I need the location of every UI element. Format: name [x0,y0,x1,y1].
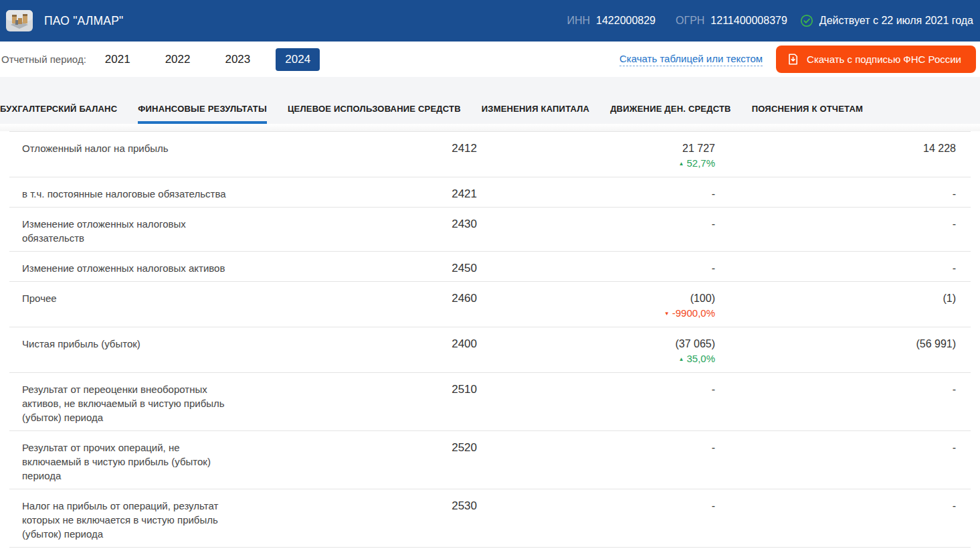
row-value-previous: - [715,187,956,201]
download-fns-signed-button[interactable]: Скачать с подписью ФНС России [776,46,976,73]
status-check-icon [800,14,813,27]
row-change-down: ▼-9900,0% [477,307,715,321]
triangle-down-icon: ▼ [664,311,670,317]
tab-целевое-использование-средств[interactable]: ЦЕЛЕВОЕ ИСПОЛЬЗОВАНИЕ СРЕДСТВ [288,77,461,124]
inn-label: ИНН [567,15,590,27]
table-row: Результат от прочих операций, не включае… [9,430,971,489]
row-value-current: 21 727▲52,7% [477,141,715,171]
row-code: 2450 [229,261,477,275]
row-value-previous: - [715,261,956,275]
row-label: в т.ч. постоянные налоговые обязательств… [22,187,229,201]
row-change-up: ▲52,7% [477,157,715,171]
year-button-2021[interactable]: 2021 [96,48,140,71]
row-code: 2421 [229,187,477,201]
results-table: Отложенный налог на прибыль241221 727▲52… [9,131,971,559]
table-row: Совокупный финансовый результат периода2… [9,547,971,559]
status-badge: Действует с 22 июля 2021 года [819,15,973,27]
year-selector: 2021202220232024 [96,48,320,71]
row-label: Изменение отложенных налоговых обязатель… [22,217,229,245]
company-header: ПАО "АЛМАР" ИНН 1422000829 ОГРН 12114000… [0,0,980,42]
period-bar: Отчетный период: 2021202220232024 Скачат… [0,42,980,77]
row-code: 2460 [229,291,477,321]
table-row: в т.ч. постоянные налоговые обязательств… [9,177,971,207]
company-logo-icon [5,9,33,33]
table-row: Чистая прибыль (убыток)2400(37 065)▲35,0… [9,327,971,372]
ogrn-label: ОГРН [676,15,704,27]
table-row: Отложенный налог на прибыль241221 727▲52… [9,131,971,177]
row-label: Результат от переоценки внеоборотных акт… [22,382,229,424]
row-value-current: - [477,382,715,424]
table-row: Результат от переоценки внеоборотных акт… [9,372,971,430]
table-row: Налог на прибыль от операций, результат … [9,489,971,547]
tab-движение-ден-средств[interactable]: ДВИЖЕНИЕ ДЕН. СРЕДСТВ [610,77,731,124]
tab-бухгалтерский-баланс[interactable]: БУХГАЛТЕРСКИЙ БАЛАНС [0,77,117,124]
row-value-previous: - [715,441,956,483]
download-table-text-link[interactable]: Скачать таблицей или текстом [619,53,763,66]
row-code: 2530 [229,499,477,541]
tabs-scroll-shadow [0,124,980,131]
tab-пояснения-к-отчетам[interactable]: ПОЯСНЕНИЯ К ОТЧЕТАМ [752,77,863,124]
row-value-current: - [477,499,715,541]
row-label: Изменение отложенных налоговых активов [22,261,229,275]
row-code: 2430 [229,217,477,245]
file-download-icon [787,53,799,66]
row-value-previous: (56 991) [715,337,956,366]
triangle-up-icon: ▲ [679,161,684,167]
company-name: ПАО "АЛМАР" [44,14,123,28]
row-value-previous: (1) [715,291,956,321]
row-label: Результат от прочих операций, не включае… [22,441,229,483]
triangle-up-icon: ▲ [679,356,684,362]
row-value-current: - [477,187,715,201]
row-value-current: - [477,261,715,275]
table-row: Изменение отложенных налоговых активов24… [9,251,971,281]
row-code: 2412 [229,141,477,171]
year-button-2023[interactable]: 2023 [215,48,260,71]
row-value-previous: - [715,217,956,245]
row-label: Прочее [22,291,229,321]
row-value-current: - [477,217,715,245]
row-value-previous: 14 228 [715,141,956,171]
row-label: Чистая прибыль (убыток) [22,337,229,366]
row-value-previous: - [715,382,956,424]
row-value-current: - [477,441,715,483]
row-label: Отложенный налог на прибыль [22,141,229,171]
row-code: 2400 [229,337,477,366]
row-value-current: (100)▼-9900,0% [477,291,715,321]
year-button-2024[interactable]: 2024 [276,48,320,71]
year-button-2022[interactable]: 2022 [156,48,200,71]
tab-финансовые-результаты[interactable]: ФИНАНСОВЫЕ РЕЗУЛЬТАТЫ [138,77,267,124]
download-fns-signed-label: Скачать с подписью ФНС России [807,54,961,65]
table-row: Изменение отложенных налоговых обязатель… [9,207,971,251]
ogrn-value: 1211400008379 [710,15,787,27]
period-label: Отчетный период: [1,54,86,65]
row-code: 2510 [229,382,477,424]
tab-изменения-капитала[interactable]: ИЗМЕНЕНИЯ КАПИТАЛА [482,77,589,124]
row-change-up: ▲35,0% [477,352,715,366]
row-value-current: (37 065)▲35,0% [477,337,715,366]
inn-value: 1422000829 [596,15,656,27]
report-tabs: БУХГАЛТЕРСКИЙ БАЛАНСФИНАНСОВЫЕ РЕЗУЛЬТАТ… [0,77,980,124]
table-row: Прочее2460(100)▼-9900,0%(1) [9,281,971,327]
row-code: 2520 [229,441,477,483]
row-value-previous: - [715,499,956,541]
row-label: Налог на прибыль от операций, результат … [22,499,229,541]
